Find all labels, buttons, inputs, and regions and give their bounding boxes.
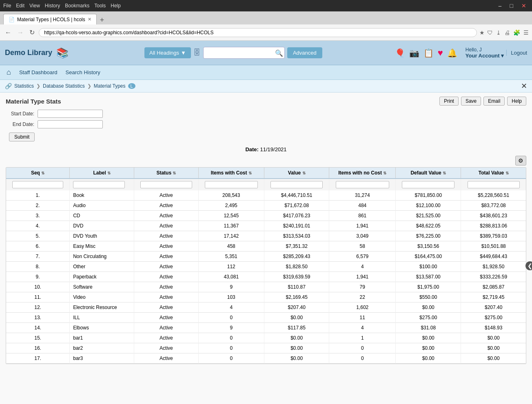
headings-dropdown[interactable]: All Headings ▼ <box>144 47 191 58</box>
cell-value: $285,209.43 <box>264 252 329 262</box>
list-icon[interactable]: 📋 <box>423 48 434 58</box>
close-button[interactable]: ✕ <box>519 2 529 9</box>
col-value[interactable]: Value ⇅ <box>264 168 329 179</box>
email-button[interactable]: Email <box>483 97 505 106</box>
search-button[interactable]: 🔍 <box>275 49 283 57</box>
cell-value: $7,351.32 <box>264 241 329 252</box>
menu-bookmarks[interactable]: Bookmarks <box>65 3 89 9</box>
help-button[interactable]: Help <box>507 97 526 106</box>
col-status[interactable]: Status ⇅ <box>134 168 198 179</box>
cell-seq: 14. <box>6 323 70 333</box>
new-tab-button[interactable]: + <box>97 16 108 24</box>
table-row: 13. ILL Active 0 $0.00 11 $275.00 $275.0… <box>6 313 526 323</box>
filter-status[interactable] <box>140 181 192 188</box>
menu-edit[interactable]: Edit <box>16 3 24 9</box>
settings-row: ⚙ <box>6 156 526 166</box>
account-button[interactable]: Your Account ▾ <box>466 53 504 59</box>
cell-total-value: $0.00 <box>461 333 526 343</box>
filter-items-cost[interactable] <box>205 181 258 188</box>
menu-tools[interactable]: Tools <box>94 3 106 9</box>
cell-status: Active <box>134 282 198 292</box>
extension-icon[interactable]: 🧩 <box>513 29 520 36</box>
home-icon[interactable]: ⌂ <box>7 68 11 77</box>
address-bar: ← → ↻ ★ 🛡 ⤓ 🖨 🧩 ☰ <box>0 24 532 41</box>
cell-items-cost: 208,543 <box>198 190 264 201</box>
cell-status: Active <box>134 292 198 302</box>
cell-label: bar3 <box>70 353 134 364</box>
bookmark-icon[interactable]: ★ <box>479 29 485 36</box>
minimize-button[interactable]: ‒ <box>496 2 504 9</box>
cell-status: Active <box>134 333 198 343</box>
col-seq[interactable]: Seq ⇅ <box>6 168 70 179</box>
search-section: All Headings ▼ 🗄 🔍 Advanced <box>76 47 391 59</box>
menu-help[interactable]: Help <box>111 3 121 9</box>
filter-no-cost[interactable] <box>336 181 389 188</box>
close-panel-button[interactable]: ✕ <box>521 82 527 91</box>
tab-close-button[interactable]: ✕ <box>88 17 91 22</box>
submit-button[interactable]: Submit <box>9 132 35 141</box>
cell-items-cost: 112 <box>198 262 264 272</box>
collapse-panel-button[interactable]: ❮ <box>525 261 532 270</box>
database-icon[interactable]: 🗄 <box>193 49 201 57</box>
breadcrumb-statistics[interactable]: Statistics <box>14 83 34 89</box>
table-row: 9. Paperback Active 43,081 $319,639.59 1… <box>6 272 526 282</box>
logo-icon[interactable]: 📚 <box>56 47 69 59</box>
menu-icon[interactable]: ☰ <box>523 29 529 36</box>
save-button[interactable]: Save <box>461 97 481 106</box>
window-controls: ‒ □ ✕ <box>496 2 529 9</box>
filter-label[interactable] <box>73 181 125 188</box>
cell-no-cost: 31,274 <box>329 190 396 201</box>
filter-value[interactable] <box>270 181 323 188</box>
forward-button[interactable]: → <box>16 28 25 37</box>
cell-items-cost: 9 <box>198 323 264 333</box>
download-icon[interactable]: ⤓ <box>496 29 501 36</box>
menu-history[interactable]: History <box>45 3 60 9</box>
data-table-wrap: Seq ⇅ Label ⇅ Status ⇅ Items with Cost ⇅… <box>6 167 526 364</box>
end-date-input[interactable] <box>38 120 103 128</box>
cell-total-value: $2,719.45 <box>461 292 526 302</box>
headings-label: All Headings <box>149 50 179 56</box>
search-input[interactable] <box>203 47 285 59</box>
browser-chrome: File Edit View History Bookmarks Tools H… <box>0 0 532 41</box>
print-button[interactable]: Print <box>439 97 459 106</box>
back-button[interactable]: ← <box>3 28 13 37</box>
col-items-with-cost[interactable]: Items with Cost ⇅ <box>198 168 264 179</box>
end-date-label: End Date: <box>6 121 34 127</box>
maximize-button[interactable]: □ <box>508 2 516 9</box>
filter-seq[interactable] <box>12 181 63 188</box>
col-default-value[interactable]: Default Value ⇅ <box>396 168 461 179</box>
camera-icon[interactable]: 📷 <box>409 48 419 58</box>
print-icon[interactable]: 🖨 <box>504 29 510 36</box>
logout-button[interactable]: Logout <box>506 50 527 56</box>
table-row: 1. Book Active 208,543 $4,446,710.51 31,… <box>6 190 526 201</box>
breadcrumb-material-types[interactable]: Material Types <box>94 83 126 89</box>
main-content: Material Type Stats Print Save Email Hel… <box>0 93 532 404</box>
menu-file[interactable]: File <box>3 3 11 9</box>
menu-view[interactable]: View <box>29 3 40 9</box>
breadcrumb-database-statistics[interactable]: Database Statistics <box>43 83 85 89</box>
app-header: Demo Library 📚 All Headings ▼ 🗄 🔍 Advanc… <box>0 41 532 65</box>
advanced-search-button[interactable]: Advanced <box>287 47 322 58</box>
col-label[interactable]: Label ⇅ <box>70 168 134 179</box>
account-label: Your Account <box>466 53 500 59</box>
col-items-no-cost[interactable]: Items with no Cost ⇅ <box>329 168 396 179</box>
staff-dashboard-link[interactable]: Staff Dashboard <box>19 69 58 75</box>
refresh-button[interactable]: ↻ <box>28 28 36 37</box>
balloon-icon[interactable]: 🎈 <box>395 48 405 58</box>
search-input-wrap: 🔍 <box>203 47 285 59</box>
active-tab[interactable]: 📄 Material Types | HCOLS | hcols ✕ <box>3 14 97 24</box>
address-input[interactable] <box>39 28 477 37</box>
gear-button[interactable]: ⚙ <box>515 156 526 166</box>
filter-total-value[interactable] <box>468 181 520 188</box>
start-date-input[interactable] <box>38 110 103 118</box>
favorites-icon[interactable]: ♥ <box>438 48 443 58</box>
cell-default-value: $12,100.00 <box>396 201 461 211</box>
cell-items-cost: 103 <box>198 292 264 302</box>
filter-default-value[interactable] <box>402 181 454 188</box>
notification-icon[interactable]: 🔔 <box>447 48 457 58</box>
cell-total-value: $148.93 <box>461 323 526 333</box>
col-total-value[interactable]: Total Value ⇅ <box>461 168 526 179</box>
cell-status: Active <box>134 323 198 333</box>
cell-status: Active <box>134 262 198 272</box>
search-history-link[interactable]: Search History <box>66 69 100 75</box>
